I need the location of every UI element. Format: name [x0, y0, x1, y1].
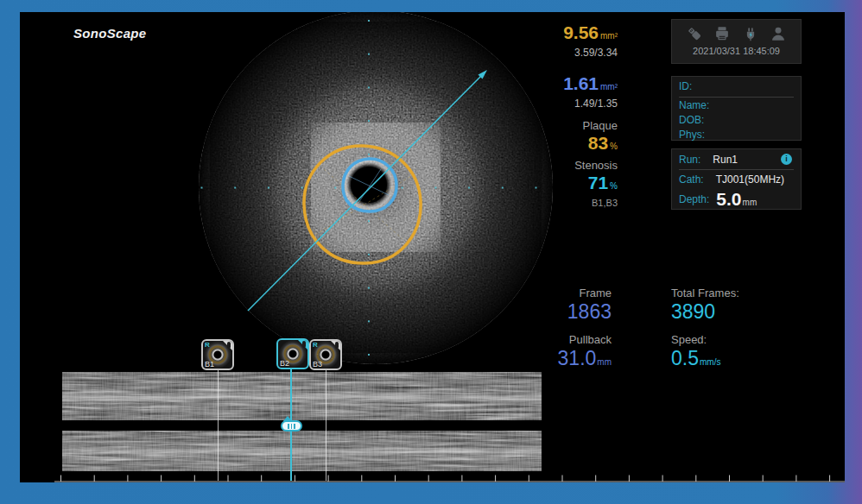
datetime: 2021/03/31 18:45:09 — [672, 46, 801, 56]
bookmark-label: B2 — [280, 359, 289, 368]
logo: SonoScape — [73, 26, 146, 41]
speed-label: Speed: — [671, 333, 801, 347]
patient-id-label: ID: — [679, 77, 794, 98]
patient-phys-label: Phys: — [679, 128, 794, 142]
user-icon[interactable] — [769, 24, 788, 43]
ivus-cross-section-view[interactable] — [197, 12, 555, 366]
total-frames-label: Total Frames: — [671, 287, 801, 300]
total-frames-info: Total Frames: 3890 Speed: 0.5mm/s — [671, 287, 801, 374]
depth-value: 5.0 — [716, 190, 741, 209]
bookmark-line-b1 — [218, 369, 219, 481]
frame-scrubber-handle[interactable] — [281, 420, 302, 432]
lumen-area-value: 1.61mm² — [518, 73, 618, 98]
bookmark-flag: R — [205, 341, 210, 349]
plaque-label: Plaque — [518, 119, 618, 133]
pullback-label: Pullback — [504, 333, 612, 347]
frame-info: Frame 1863 Pullback 31.0mm — [504, 287, 612, 374]
pullback-value: 31.0mm — [504, 347, 612, 374]
bookmark-thumb-b1[interactable]: R B1 — [201, 339, 234, 370]
bookmark-label: B1 — [205, 360, 214, 369]
run-panel: Run: Run1 i Cath: TJ001(50MHz) Depth: 5.… — [671, 148, 802, 210]
patient-info-panel[interactable]: ID: Name: DOB: Phys: — [671, 76, 802, 141]
longitudinal-strip-top[interactable] — [62, 372, 542, 420]
bookmark-flag: R — [313, 341, 318, 349]
frame-label: Frame — [504, 287, 612, 300]
catheter-row: Cath: TJ001(50MHz) — [679, 170, 794, 188]
bookmark-tab-icon — [335, 342, 339, 349]
patient-name-label: Name: — [679, 98, 794, 112]
catheter-value: TJ001(50MHz) — [716, 173, 784, 186]
toolbar-panel: 2021/03/31 18:45:09 — [671, 19, 802, 64]
depth-unit: mm — [743, 198, 757, 210]
main-display: SonoScape 9.56mm² 3.59/3.34 1.61mm² 1.49… — [20, 12, 845, 482]
measurement-results: 9.56mm² 3.59/3.34 1.61mm² 1.49/1.35 Plaq… — [518, 22, 618, 209]
run-value[interactable]: Run1 — [713, 154, 738, 166]
plug-icon[interactable] — [741, 24, 760, 43]
bookmark-thumb-b3[interactable]: R B3 — [309, 339, 342, 370]
stenosis-label: Stenosis — [518, 159, 618, 173]
run-label: Run: — [679, 154, 700, 166]
depth-label: Depth: — [679, 193, 709, 205]
usb-icon[interactable] — [685, 24, 704, 43]
total-frames-value: 3890 — [671, 300, 801, 323]
lumen-diameters: 1.49/1.35 — [518, 98, 618, 110]
run-info-icon[interactable]: i — [781, 154, 792, 165]
catheter-label: Cath: — [679, 173, 704, 186]
vessel-diameters: 3.59/3.34 — [518, 47, 618, 60]
depth-row: Depth: 5.0 mm — [679, 188, 794, 210]
run-row[interactable]: Run: Run1 i — [679, 149, 794, 170]
bookmark-label: B3 — [313, 360, 322, 369]
frame-value: 1863 — [504, 300, 612, 323]
bookmark-tab-icon — [227, 342, 231, 349]
plaque-value: 83% — [518, 133, 618, 157]
bookmark-line-b3 — [326, 369, 326, 481]
pullback-ruler — [54, 476, 845, 482]
stenosis-reference-bookmarks: B1,B3 — [518, 197, 618, 209]
bookmark-tab-icon — [302, 341, 306, 348]
stenosis-value: 71% — [518, 173, 618, 197]
speed-value: 0.5mm/s — [671, 347, 801, 374]
patient-dob-label: DOB: — [679, 113, 794, 127]
vessel-area-value: 9.56mm² — [518, 22, 618, 47]
bookmark-thumb-b2[interactable]: B2 — [276, 338, 309, 369]
printer-icon[interactable] — [713, 24, 732, 43]
longitudinal-strip-bottom[interactable] — [62, 431, 542, 471]
